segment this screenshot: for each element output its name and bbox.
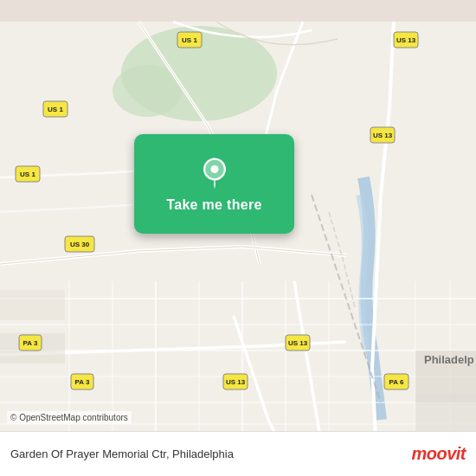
svg-text:PA 6: PA 6 bbox=[389, 378, 404, 386]
svg-text:Philadelp: Philadelp bbox=[424, 353, 474, 366]
map-background: US 1 US 1 US 1 US 30 US 13 US 13 US 13 U… bbox=[0, 0, 476, 476]
svg-text:PA 3: PA 3 bbox=[23, 339, 38, 347]
popup-card: Take me there bbox=[134, 134, 294, 234]
svg-point-33 bbox=[210, 164, 218, 172]
osm-attribution: © OpenStreetMap contributors bbox=[7, 411, 132, 424]
moovit-logo: moovit bbox=[411, 444, 466, 464]
svg-text:US 13: US 13 bbox=[226, 378, 246, 386]
location-pin-icon bbox=[197, 156, 232, 190]
svg-text:US 30: US 30 bbox=[70, 241, 90, 248]
svg-text:US 13: US 13 bbox=[396, 36, 416, 44]
svg-rect-3 bbox=[0, 290, 65, 320]
svg-text:US 13: US 13 bbox=[288, 339, 308, 347]
svg-text:US 13: US 13 bbox=[373, 132, 393, 139]
take-me-there-button[interactable]: Take me there bbox=[166, 197, 261, 213]
map-container: US 1 US 1 US 1 US 30 US 13 US 13 US 13 U… bbox=[0, 0, 476, 476]
moovit-brand-text: moovit bbox=[411, 444, 466, 464]
svg-text:US 1: US 1 bbox=[20, 170, 35, 178]
bottom-bar: Garden Of Prayer Memorial Ctr, Philadelp… bbox=[0, 431, 476, 476]
location-label: Garden Of Prayer Memorial Ctr, Philadelp… bbox=[10, 447, 234, 460]
svg-text:US 1: US 1 bbox=[182, 36, 197, 44]
svg-text:PA 3: PA 3 bbox=[75, 378, 90, 386]
svg-text:US 1: US 1 bbox=[48, 106, 63, 113]
